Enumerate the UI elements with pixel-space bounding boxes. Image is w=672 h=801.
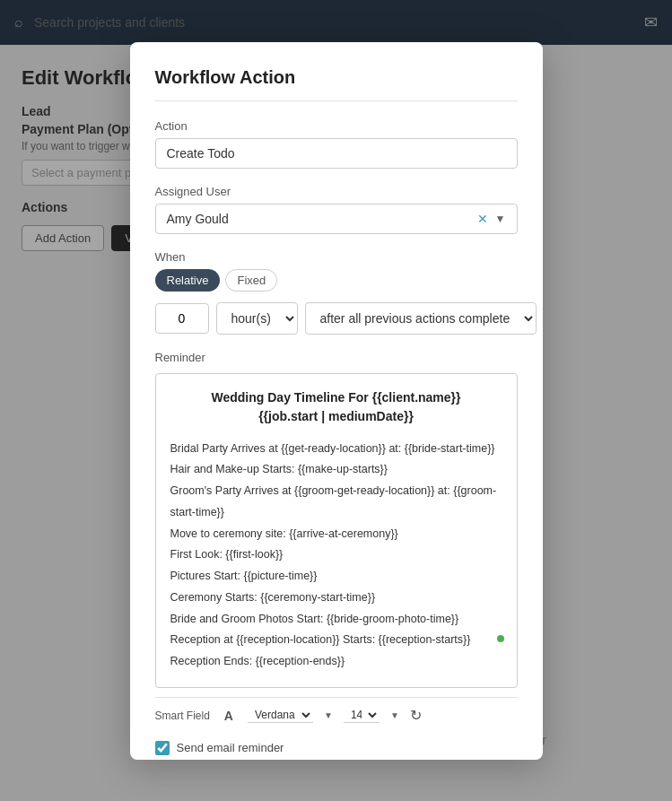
reminder-field-group: Reminder Wedding Day Timeline For {{clie…: [155, 351, 518, 725]
list-item: Reception at {{reception-location}} Star…: [170, 630, 502, 651]
reminder-body: Bridal Party Arrives at {{get-ready-loca…: [170, 439, 502, 673]
smart-field-label[interactable]: Smart Field: [155, 710, 210, 722]
list-item: First Look: {{first-look}}: [170, 544, 502, 566]
list-item: Reception Ends: {{reception-ends}}: [170, 651, 502, 673]
list-item: Bridal Party Arrives at {{get-ready-loca…: [170, 439, 502, 460]
when-number-input[interactable]: [155, 303, 209, 334]
list-item: Pictures Start: {{picture-time}}: [170, 566, 502, 588]
chevron-size-icon: ▼: [390, 710, 399, 720]
clear-user-icon[interactable]: ✕: [477, 212, 488, 226]
reminder-title: Wedding Day Timeline For {{client.name}}…: [170, 388, 502, 426]
modal-overlay: Workflow Action Action Assigned User Amy…: [0, 0, 672, 801]
list-item: Ceremony Starts: {{ceremony-start-time}}: [170, 588, 502, 609]
tab-relative[interactable]: Relative: [155, 269, 221, 292]
action-field-group: Action: [155, 119, 518, 169]
assigned-user-actions: ✕ ▼: [477, 212, 506, 226]
chevron-font-icon: ▼: [324, 710, 333, 720]
assigned-user-field[interactable]: Amy Gould ✕ ▼: [155, 204, 518, 234]
list-item: Move to ceremony site: {{arrive-at-cerem…: [170, 524, 502, 545]
font-select[interactable]: Verdana: [248, 708, 313, 723]
send-email-row: Send email reminder: [155, 741, 518, 755]
reminder-toolbar: Smart Field A Verdana ▼ 14 ▼ ↻: [155, 697, 518, 725]
assigned-user-field-group: Assigned User Amy Gould ✕ ▼: [155, 185, 518, 234]
when-tabs: Relative Fixed: [155, 269, 518, 292]
when-label: When: [155, 250, 518, 264]
list-item: Bride and Groom Photos Start: {{bride-gr…: [170, 609, 502, 631]
modal-title: Workflow Action: [155, 67, 518, 101]
list-item: Groom's Party Arrives at {{groom-get-rea…: [170, 481, 502, 524]
action-input[interactable]: [155, 138, 518, 169]
reset-icon[interactable]: ↻: [410, 707, 422, 724]
size-select[interactable]: 14: [344, 708, 380, 723]
send-email-checkbox[interactable]: [155, 741, 170, 755]
when-after-select[interactable]: after all previous actions complete: [305, 302, 537, 335]
workflow-action-modal: Workflow Action Action Assigned User Amy…: [130, 42, 543, 760]
when-unit-select[interactable]: hour(s): [216, 302, 298, 335]
reminder-box[interactable]: Wedding Day Timeline For {{client.name}}…: [155, 373, 518, 688]
bold-icon[interactable]: A: [221, 707, 237, 725]
when-row: hour(s) after all previous actions compl…: [155, 302, 518, 335]
chevron-down-icon[interactable]: ▼: [495, 213, 506, 225]
action-label: Action: [155, 119, 518, 133]
when-field-group: When Relative Fixed hour(s) after all pr…: [155, 250, 518, 335]
reminder-label: Reminder: [155, 351, 518, 364]
assigned-user-label: Assigned User: [155, 185, 518, 198]
assigned-user-value: Amy Gould: [167, 212, 229, 226]
tab-fixed[interactable]: Fixed: [225, 269, 277, 292]
send-email-label: Send email reminder: [177, 741, 284, 754]
list-item: Hair and Make-up Starts: {{make-up-start…: [170, 459, 502, 481]
green-dot-indicator: [497, 635, 504, 642]
